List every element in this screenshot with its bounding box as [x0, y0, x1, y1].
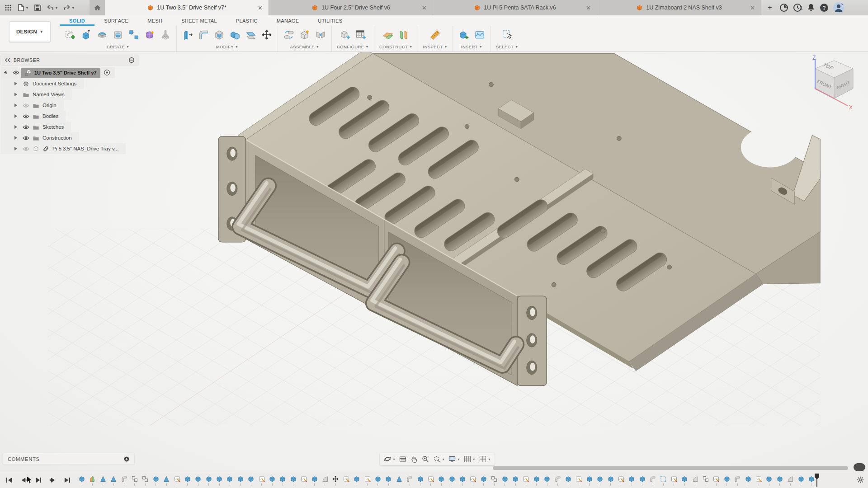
document-tab-1[interactable]: 1U Two 3.5" Drive Shelf v7*✕	[105, 0, 269, 15]
timeline-feature-extrude-8[interactable]	[152, 475, 160, 486]
move-icon[interactable]	[261, 29, 273, 41]
timeline-feature-extrude-64[interactable]	[745, 475, 752, 486]
grid-layout-icon[interactable]: ▼	[463, 455, 476, 463]
collapse-panel-icon[interactable]	[5, 58, 11, 62]
configure-icon[interactable]	[339, 29, 351, 41]
shell-icon[interactable]	[213, 29, 225, 41]
timeline-feature-fillet-5[interactable]	[121, 475, 128, 486]
timeline-feature-extrude-37[interactable]	[459, 475, 466, 486]
expand-triangle-icon[interactable]	[14, 125, 17, 129]
ribbon-tab-utilities[interactable]: UTILITIES	[308, 15, 352, 26]
ribbon-tab-plastic[interactable]: PLASTIC	[226, 15, 267, 26]
timeline-feature-shell-59[interactable]	[692, 475, 699, 486]
timeline-feature-extrude-53[interactable]	[628, 475, 635, 486]
hole-icon[interactable]	[112, 29, 124, 41]
new-component-icon[interactable]	[299, 29, 311, 41]
remove-circle-icon[interactable]	[128, 57, 135, 63]
timeline-feature-move-25[interactable]	[332, 475, 339, 486]
timeline-feature-sketch-48[interactable]	[575, 475, 582, 486]
ribbon-group-label[interactable]: INSERT▼	[461, 44, 482, 49]
browser-header[interactable]: BROWSER	[1, 55, 138, 65]
measure-icon[interactable]	[429, 29, 441, 41]
timeline-position-marker[interactable]	[814, 473, 820, 488]
timeline-feature-extrude-58[interactable]	[681, 475, 688, 486]
timeline-feature-extrude-15[interactable]	[226, 475, 233, 486]
configuration-table-icon[interactable]	[355, 29, 367, 41]
timeline-feature-sketch-18[interactable]	[258, 475, 265, 486]
timeline-feature-loft-31[interactable]	[396, 475, 403, 486]
save-icon[interactable]	[32, 2, 43, 13]
visibility-eye-icon[interactable]	[21, 135, 31, 141]
new-tab-button[interactable]: +	[765, 3, 775, 12]
go-to-start-button[interactable]	[5, 477, 13, 483]
ribbon-group-label[interactable]: CREATE▼	[107, 44, 130, 49]
timeline-feature-extrude-16[interactable]	[237, 475, 244, 486]
timeline-feature-extrude-14[interactable]	[216, 475, 223, 486]
timeline-feature-pattern-60[interactable]	[702, 475, 709, 486]
pattern-icon[interactable]	[128, 29, 140, 41]
ribbon-group-label[interactable]: MODIFY▼	[216, 44, 239, 49]
file-new-icon[interactable]: ▼	[15, 2, 30, 13]
timeline-feature-extrude-50[interactable]	[596, 475, 604, 486]
timeline-feature-extrude-67[interactable]	[776, 475, 783, 486]
timeline-feature-loft-3[interactable]	[99, 475, 107, 486]
timeline-feature-pattern-6[interactable]	[131, 475, 138, 486]
ribbon-group-label[interactable]: SELECT▼	[496, 44, 519, 49]
document-tab-3[interactable]: 1U Pi 5 Penta SATA Rack v6✕	[433, 0, 597, 15]
timeline-feature-extrude-1[interactable]	[78, 475, 85, 486]
timeline-feature-extrude-45[interactable]	[543, 475, 551, 486]
ribbon-tab-manage[interactable]: MANAGE	[267, 15, 308, 26]
ribbon-group-label[interactable]: INSPECT▼	[423, 44, 448, 49]
timeline-feature-sketch-10[interactable]	[174, 475, 181, 486]
ribbon-tab-mesh[interactable]: MESH	[138, 15, 172, 26]
apps-grid-icon[interactable]	[3, 2, 14, 13]
help-icon[interactable]: ?	[820, 3, 829, 12]
ribbon-tab-solid[interactable]: SOLID	[60, 15, 94, 26]
visibility-eye-icon[interactable]	[21, 145, 31, 152]
timeline-feature-extrude-21[interactable]	[290, 475, 297, 486]
timeline-feature-sketch-43[interactable]	[522, 475, 529, 486]
construct-plane-icon[interactable]	[382, 29, 394, 41]
create-sketch-icon[interactable]	[65, 29, 76, 41]
viewports-icon[interactable]: ▼	[479, 455, 491, 463]
document-tab-4[interactable]: 1U Zimaboard 2 NAS Shelf v3✕	[597, 0, 761, 15]
close-tab-icon[interactable]: ✕	[586, 5, 591, 11]
timeline-feature-fillet-32[interactable]	[406, 475, 413, 486]
timeline-feature-loft-9[interactable]	[163, 475, 170, 486]
timeline-feature-extrude-12[interactable]	[194, 475, 202, 486]
timeline-feature-extrude-20[interactable]	[279, 475, 286, 486]
timeline-feature-fillet-63[interactable]	[734, 475, 741, 486]
ribbon-tab-sheet-metal[interactable]: SHEET METAL	[172, 15, 226, 26]
timeline-feature-extrude-42[interactable]	[512, 475, 519, 486]
horizontal-scrollbar[interactable]	[493, 466, 848, 470]
visibility-eye-icon[interactable]	[21, 102, 31, 109]
timeline-feature-sketch-34[interactable]	[427, 475, 434, 486]
expand-triangle-icon[interactable]	[4, 70, 8, 75]
timeline-feature-shell-68[interactable]	[787, 475, 794, 486]
ribbon-group-label[interactable]: CONSTRUCT▼	[379, 44, 413, 49]
timeline-feature-extrude-27[interactable]	[353, 475, 360, 486]
browser-item-document-settings[interactable]: Document Settings	[1, 78, 84, 89]
timeline-feature-extrude-13[interactable]	[205, 475, 212, 486]
visibility-eye-icon[interactable]	[13, 69, 19, 76]
pan-icon[interactable]	[410, 455, 418, 463]
extensions-icon[interactable]	[779, 3, 788, 12]
document-tab-2[interactable]: 1U Four 2.5" Drive Shelf v6✕	[269, 0, 433, 15]
undo-icon[interactable]: ▼	[45, 2, 60, 13]
fillet-icon[interactable]	[198, 29, 209, 41]
timeline-feature-extrude-47[interactable]	[565, 475, 572, 486]
timeline-feature-sketch-65[interactable]	[755, 475, 762, 486]
timeline-feature-sketch-26[interactable]	[343, 475, 350, 486]
insert-canvas-icon[interactable]	[474, 29, 486, 41]
timeline-feature-extrude-66[interactable]	[765, 475, 773, 486]
go-to-end-button[interactable]	[63, 477, 71, 483]
view-cube[interactable]: TOP FRONT RIGHT Z X	[802, 54, 863, 111]
expand-triangle-icon[interactable]	[14, 136, 17, 140]
timeline-feature-fillet-46[interactable]	[554, 475, 561, 486]
select-icon[interactable]	[501, 29, 513, 41]
timeline-feature-pattern-40[interactable]	[491, 475, 498, 486]
expand-triangle-icon[interactable]	[14, 82, 17, 85]
revolve-icon[interactable]	[96, 29, 108, 41]
display-settings-icon[interactable]: ▼	[448, 455, 460, 463]
timeline-feature-extrude-39[interactable]	[480, 475, 487, 486]
